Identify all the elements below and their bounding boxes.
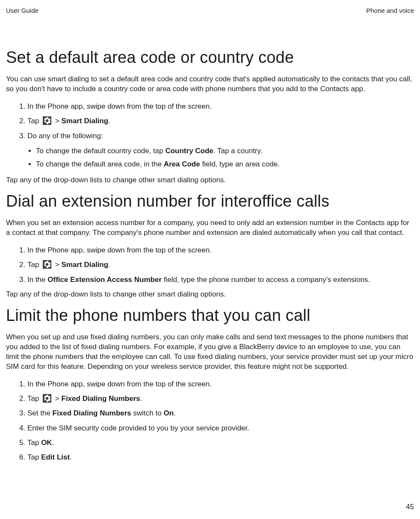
s3-step3-fdn: Fixed Dialing Numbers [53, 409, 131, 417]
s3-step3-c: switch to [131, 409, 164, 417]
section1-step3: Do any of the following: [27, 130, 414, 142]
settings-gear-icon [42, 394, 52, 403]
section3-step2: Tap > Fixed Dialing Numbers. [27, 393, 414, 404]
step2-smart-dialing: Smart Dialing [62, 117, 109, 125]
header-left: User Guide [6, 7, 38, 14]
settings-gear-icon [42, 260, 52, 269]
section1-outro: Tap any of the drop-down lists to change… [6, 175, 414, 185]
section3-step3: Set the Fixed Dialing Numbers switch to … [27, 408, 414, 419]
s3-step3-on: On [163, 409, 174, 417]
section2-step3: In the Office Extension Access Number fi… [27, 274, 414, 285]
bullet2-area-code: Area Code [164, 160, 200, 168]
section1-bullet1: To change the default country code, tap … [36, 146, 414, 157]
s2-step3-a: In the [27, 276, 47, 284]
s3-step6-c: . [70, 453, 72, 461]
section1-intro: You can use smart dialing to set a defau… [6, 74, 414, 94]
step2-text-d: . [108, 117, 110, 125]
s2-step3-office-ext: Office Extension Access Number [47, 276, 162, 284]
s3-step3-a: Set the [27, 409, 53, 417]
document-page: User Guide Phone and voice Set a default… [0, 0, 420, 519]
section3-step6: Tap Edit List. [27, 452, 414, 463]
step2-text-b: > [53, 117, 61, 125]
s3-step6-a: Tap [27, 453, 41, 461]
s3-step5-c: . [52, 439, 54, 447]
s3-step2-fdn: Fixed Dialing Numbers [62, 394, 140, 403]
s3-step3-e: . [174, 409, 176, 417]
bullet1-c: . Tap a country. [213, 147, 263, 155]
s3-step6-edit: Edit List [41, 453, 70, 461]
section1-title: Set a default area code or country code [6, 48, 414, 67]
section2-title: Dial an extension number for interoffice… [6, 192, 414, 211]
s3-step5-a: Tap [27, 439, 41, 447]
section1-steps: In the Phone app, swipe down from the to… [6, 101, 414, 142]
section2-step2: Tap > Smart Dialing. [27, 259, 414, 270]
section1-bullets: To change the default country code, tap … [6, 146, 414, 169]
header-right: Phone and voice [366, 7, 414, 14]
page-header: User Guide Phone and voice [6, 7, 414, 14]
page-number: 45 [406, 503, 414, 511]
s2-step2-smart-dialing: Smart Dialing [62, 261, 109, 269]
section2-outro: Tap any of the drop-down lists to change… [6, 290, 414, 300]
section2-intro: When you set an extension access number … [6, 218, 414, 238]
s2-step3-c: field, type the phone number to access a… [162, 276, 370, 284]
s3-step5-ok: OK [41, 439, 52, 447]
section3-step5: Tap OK. [27, 437, 414, 448]
section1-bullet2: To change the default area code, in the … [36, 159, 414, 170]
section3-intro: When you set up and use fixed dialing nu… [6, 332, 414, 372]
step2-text-a: Tap [27, 117, 41, 125]
section3-title: Limit the phone numbers that you can cal… [6, 306, 414, 325]
s2-step2-a: Tap [27, 261, 41, 269]
section1-step2: Tap > Smart Dialing. [27, 116, 414, 127]
s2-step2-d: . [108, 261, 110, 269]
settings-gear-icon [42, 116, 52, 125]
bullet2-c: field, type an area code. [200, 160, 280, 168]
bullet1-a: To change the default country code, tap [36, 147, 165, 155]
section3-step4: Enter the SIM security code provided to … [27, 423, 414, 434]
section2-steps: In the Phone app, swipe down from the to… [6, 245, 414, 285]
s3-step2-b: > [53, 394, 61, 403]
s3-step2-d: . [140, 394, 142, 403]
section1-step1: In the Phone app, swipe down from the to… [27, 101, 414, 112]
s2-step2-b: > [53, 261, 61, 269]
section3-steps: In the Phone app, swipe down from the to… [6, 379, 414, 463]
bullet2-a: To change the default area code, in the [36, 160, 164, 168]
s3-step2-a: Tap [27, 394, 41, 403]
section3-step1: In the Phone app, swipe down from the to… [27, 379, 414, 390]
section2-step1: In the Phone app, swipe down from the to… [27, 245, 414, 256]
bullet1-country-code: Country Code [165, 147, 213, 155]
